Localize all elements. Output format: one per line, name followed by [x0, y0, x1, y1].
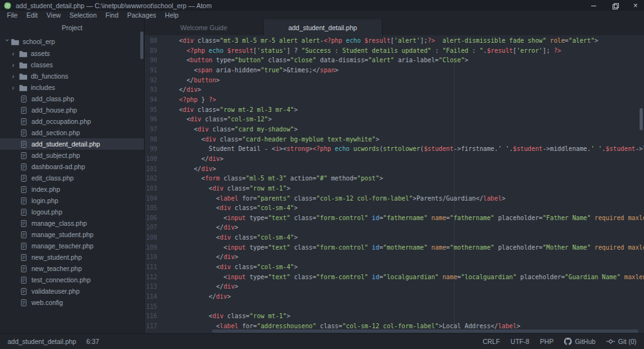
code-text: <span aria-hidden="true">&times;</span> [164, 65, 644, 75]
line-number: 90 [145, 55, 164, 65]
tree-file-add_class.php[interactable]: add_class.php [0, 93, 144, 104]
restore-button[interactable] [612, 3, 618, 9]
tree-file-index.php[interactable]: index.php [0, 184, 144, 195]
code-line[interactable]: 99 Student Detail - <i><strong><?php ech… [145, 144, 644, 154]
code-line[interactable]: 97 <div class="card my-shadow"> [145, 125, 644, 135]
line-number: 100 [145, 154, 164, 164]
code-text: <div class="row mt-1"> [164, 184, 644, 194]
code-line[interactable]: 100 </div> [145, 154, 644, 164]
code-line[interactable]: 93 </div> [145, 85, 644, 95]
tree-file-label: manage_class.php [31, 219, 87, 227]
code-line[interactable]: 110 </div> [145, 252, 644, 262]
tree-file-login.php[interactable]: login.php [0, 195, 144, 206]
minimize-button[interactable] [591, 3, 597, 9]
tree-folder-classes[interactable]: ›classes [0, 59, 144, 70]
code-line[interactable]: 114 </div> [145, 292, 644, 302]
file-icon [19, 265, 28, 273]
menu-item-view[interactable]: View [42, 11, 65, 19]
code-line[interactable]: 101 </div> [145, 164, 644, 174]
line-number: 97 [145, 125, 164, 135]
menu-item-file[interactable]: File [3, 11, 22, 19]
tree-file-new_teacher.php[interactable]: new_teacher.php [0, 263, 144, 274]
tree-file-manage_student.php[interactable]: manage_student.php [0, 229, 144, 240]
code-line[interactable]: 105 <div class="col-sm-4"> [145, 203, 644, 213]
menu-item-edit[interactable]: Edit [22, 11, 42, 19]
tree-file-dashboard-ad.php[interactable]: dashboard-ad.php [0, 161, 144, 172]
cursor-position[interactable]: 6:37 [86, 338, 99, 345]
tree-folder-db_functions[interactable]: ›db_functions [0, 70, 144, 82]
tree-file-add_section.php[interactable]: add_section.php [0, 127, 144, 138]
code-line[interactable]: 96 <div class="col-sm-12"> [145, 114, 644, 125]
menu-item-help[interactable]: Help [160, 11, 183, 19]
tree-file-logout.php[interactable]: logout.php [0, 206, 144, 218]
tree-file-validateuser.php[interactable]: validateuser.php [0, 285, 144, 297]
tree-file-add_occupation.php[interactable]: add_occupation.php [0, 116, 144, 127]
code-editor[interactable]: 88 <div class="mt-3 ml-5 mr-5 alert aler… [145, 35, 644, 333]
file-icon [19, 276, 28, 284]
line-number: 104 [145, 194, 164, 204]
code-line[interactable]: 113 </div> [145, 282, 644, 292]
code-line[interactable]: 92 </button> [145, 75, 644, 86]
line-number: 102 [145, 174, 164, 184]
code-text: </div> [164, 282, 644, 292]
tree-file-add_subject.php[interactable]: add_subject.php [0, 150, 144, 161]
tree-file-add_house.php[interactable]: add_house.php [0, 104, 144, 116]
code-line[interactable]: 98 <div class="card-header bg-myblue tex… [145, 135, 644, 145]
code-line[interactable]: 111 <div class="col-sm-4"> [145, 262, 644, 272]
file-icon [19, 253, 28, 262]
tree-file-label: add_student_detail.php [31, 140, 100, 148]
code-line[interactable]: 91 <span aria-hidden="true">&times;</spa… [145, 65, 644, 75]
tree-file-manage_class.php[interactable]: manage_class.php [0, 218, 144, 229]
line-number: 96 [145, 114, 164, 125]
code-line[interactable]: 89 <?php echo $result['status'] ? "Succe… [145, 46, 644, 56]
file-icon [19, 287, 28, 296]
tree-file-web.config[interactable]: web.config [0, 297, 144, 308]
code-line[interactable]: 95 <div class="row mt-2 ml-3 mr-4"> [145, 105, 644, 115]
menu-item-selection[interactable]: Selection [65, 11, 101, 19]
horizontal-scrollbar[interactable] [212, 330, 638, 333]
code-line[interactable]: 103 <div class="row mt-1"> [145, 184, 644, 194]
tree-file-test_connection.php[interactable]: test_connection.php [0, 274, 144, 285]
code-line[interactable]: 102 <form class="ml-5 mt-3" action="#" m… [145, 174, 644, 184]
tree-folder-includes[interactable]: ›includes [0, 82, 144, 93]
code-text [164, 302, 644, 312]
folder-icon [11, 38, 19, 46]
close-button[interactable]: × [633, 3, 638, 9]
tree-file-label: manage_student.php [31, 231, 94, 238]
code-text: </div> [164, 164, 644, 174]
code-line[interactable]: 88 <div class="mt-3 ml-5 mr-5 alert aler… [145, 36, 644, 46]
code-line[interactable]: 90 <button type="button" class="close" d… [145, 55, 644, 65]
github-status[interactable]: GitHub [564, 338, 596, 345]
tree-file-new_student.php[interactable]: new_student.php [0, 252, 144, 263]
tree-file-label: index.php [31, 186, 60, 193]
code-line[interactable]: 116 <div class="row mt-1"> [145, 311, 644, 321]
tree-file-add_student_detail.php[interactable]: add_student_detail.php [0, 138, 144, 150]
code-line[interactable]: 94 <?php } ?> [145, 95, 644, 105]
tree-file-manage_teacher.php[interactable]: manage_teacher.php [0, 240, 144, 252]
status-file-name[interactable]: add_student_detail.php [8, 338, 76, 345]
code-line[interactable]: 104 <label for="parents" class="col-sm-1… [145, 194, 644, 204]
git-status[interactable]: Git (0) [606, 338, 636, 345]
menu-item-find[interactable]: Find [101, 11, 123, 19]
tree-scrollbar[interactable] [140, 31, 143, 59]
tab-welcome-guide[interactable]: Welcome Guide [145, 19, 264, 35]
menu-item-packages[interactable]: Packages [123, 11, 160, 19]
code-line[interactable]: 109 <input type="text" class="form-contr… [145, 243, 644, 253]
code-text: <input type="text" class="form-control" … [164, 243, 644, 253]
status-utf-8[interactable]: UTF-8 [511, 338, 530, 345]
vertical-scrollbar[interactable] [640, 108, 643, 130]
code-line[interactable]: 112 <input type="text" class="form-contr… [145, 272, 644, 282]
code-line[interactable]: 107 </div> [145, 223, 644, 233]
code-line[interactable]: 115 [145, 302, 644, 312]
tree-root-folder[interactable]: ›school_erp [0, 35, 144, 48]
line-number: 92 [145, 75, 164, 86]
tree-file-edit_class.php[interactable]: edit_class.php [0, 172, 144, 184]
code-line[interactable]: 106 <input type="text" class="form-contr… [145, 213, 644, 223]
status-crlf[interactable]: CRLF [482, 338, 499, 345]
tree-folder-assets[interactable]: ›assets [0, 48, 144, 59]
code-line[interactable]: 108 <div class="col-sm-4"> [145, 233, 644, 243]
folder-icon [19, 84, 28, 92]
tab-add-student-detail-php[interactable]: add_student_detail.php [264, 19, 382, 35]
editor-pane: Welcome Guideadd_student_detail.php 88 <… [145, 19, 644, 333]
status-php[interactable]: PHP [540, 338, 554, 345]
